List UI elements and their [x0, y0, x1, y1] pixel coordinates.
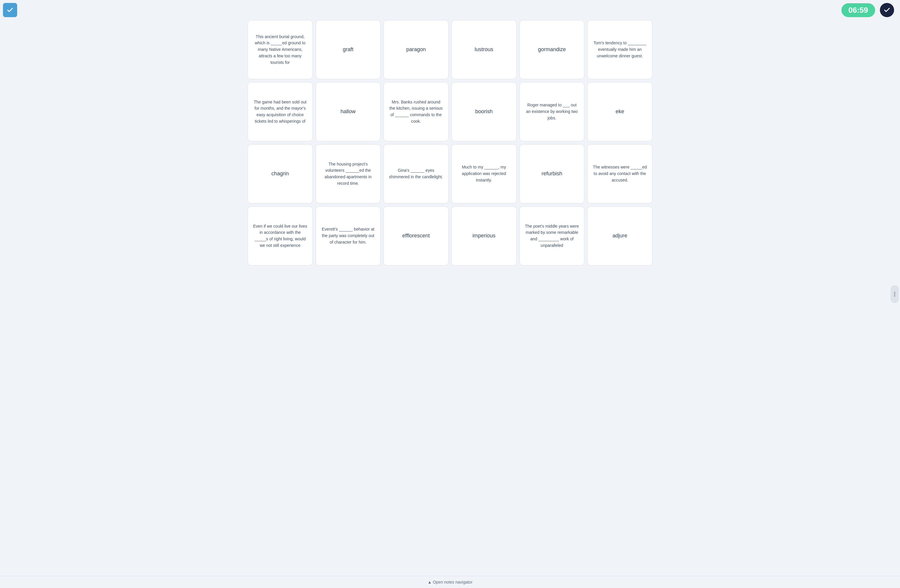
card-c6[interactable]: Tom's tendency to ________ eventually ma… [587, 20, 652, 79]
card-c22[interactable]: imperious [452, 206, 517, 266]
card-c3[interactable]: paragon [383, 20, 448, 79]
card-c21[interactable]: efflorescent [383, 206, 448, 266]
card-c14[interactable]: The housing project's volunteers ______e… [316, 144, 381, 203]
card-c23[interactable]: The poet's middle years were marked by s… [520, 206, 585, 266]
card-c8[interactable]: hallow [316, 82, 381, 141]
svg-point-0 [894, 292, 895, 293]
card-c20[interactable]: Everett's ______ behavior at the party w… [316, 206, 381, 266]
notes-navigator-bar[interactable]: ▲ Open notes navigator [0, 576, 900, 588]
card-c15[interactable]: Gina's ______ eyes shimmered in the cand… [383, 144, 448, 203]
card-c4[interactable]: lustrous [452, 20, 517, 79]
card-c5[interactable]: gormandize [520, 20, 585, 79]
svg-point-2 [894, 296, 895, 297]
card-c18[interactable]: The witnesses were _____ed to avoid any … [587, 144, 652, 203]
timer: 06:59 [841, 3, 875, 17]
topbar: 06:59 [0, 0, 900, 20]
card-c12[interactable]: eke [587, 82, 652, 141]
scroll-handle[interactable] [891, 285, 899, 303]
card-c7[interactable]: The game had been sold out for months, a… [248, 82, 313, 141]
card-c16[interactable]: Much to my ______, my application was re… [452, 144, 517, 203]
card-c2[interactable]: graft [316, 20, 381, 79]
card-c10[interactable]: boorish [452, 82, 517, 141]
card-c24[interactable]: adjure [587, 206, 652, 266]
check-button-top[interactable] [3, 3, 17, 17]
card-c19[interactable]: Even if we could live our lives in accor… [248, 206, 313, 266]
notes-navigator-label: ▲ Open notes navigator [428, 580, 472, 585]
card-grid: This ancient burial ground, which is ___… [243, 20, 657, 270]
card-c9[interactable]: Mrs. Banks rushed around the kitchen, is… [383, 82, 448, 141]
card-c11[interactable]: Roger managed to ___ out an existence by… [520, 82, 585, 141]
svg-point-1 [894, 294, 895, 295]
card-c13[interactable]: chagrin [248, 144, 313, 203]
card-c1[interactable]: This ancient burial ground, which is ___… [248, 20, 313, 79]
confirm-button[interactable] [880, 3, 894, 17]
card-c17[interactable]: refurbish [520, 144, 585, 203]
